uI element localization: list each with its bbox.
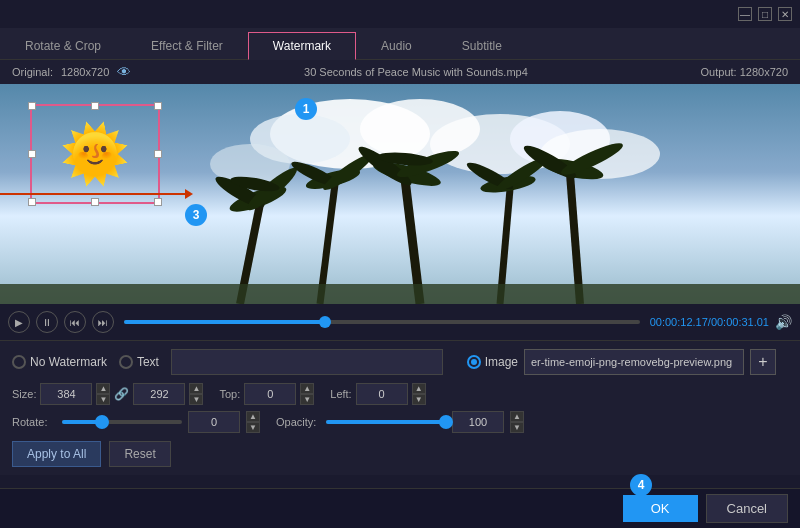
watermark-emoji: 🌞 [32,106,158,202]
ok-button[interactable]: OK [623,495,698,522]
rotate-label: Rotate: [12,416,56,428]
progress-bar[interactable] [124,320,640,324]
opacity-thumb[interactable] [439,415,453,429]
time-display: 00:00:12.17/00:00:31.01 [650,316,769,328]
tab-audio[interactable]: Audio [356,32,437,60]
opacity-value[interactable] [452,411,504,433]
top-spinners: ▲ ▼ [300,383,314,405]
close-button[interactable]: ✕ [778,7,792,21]
pause-button[interactable]: ⏸ [36,311,58,333]
height-up[interactable]: ▲ [189,383,203,394]
width-down[interactable]: ▼ [96,394,110,405]
opacity-group: Opacity: ▲ ▼ [276,411,524,433]
text-option[interactable]: Text [119,355,159,369]
original-label: Original: [12,66,53,78]
resize-handle-bl[interactable] [28,198,36,206]
play-button[interactable]: ▶ [8,311,30,333]
size-label: Size: [12,388,36,400]
progress-thumb[interactable] [319,316,331,328]
resize-handle-ml[interactable] [28,150,36,158]
top-down[interactable]: ▼ [300,394,314,405]
resize-handle-bc[interactable] [91,198,99,206]
width-up[interactable]: ▲ [96,383,110,394]
info-bar: Original: 1280x720 👁 30 Seconds of Peace… [0,60,800,84]
total-time: 00:00:31.01 [711,316,769,328]
progress-fill [124,320,325,324]
tab-effect-filter[interactable]: Effect & Filter [126,32,248,60]
tab-watermark[interactable]: Watermark [248,32,356,60]
rotate-spinners: ▲ ▼ [246,411,260,433]
volume-icon[interactable]: 🔊 [775,314,792,330]
opacity-fill [326,420,446,424]
minimize-button[interactable]: — [738,7,752,21]
left-group: Left: ▲ ▼ [330,383,425,405]
arrow-line [0,193,185,195]
next-frame-button[interactable]: ⏭ [92,311,114,333]
action-row: Apply to All Reset [12,441,788,467]
arrow-tip [185,189,193,199]
video-preview: 🌞 1 3 [0,84,800,304]
prev-frame-button[interactable]: ⏮ [64,311,86,333]
rotate-value[interactable] [188,411,240,433]
badge-4: 4 [630,474,652,496]
output-value: 1280x720 [740,66,788,78]
annotation-arrow-3 [0,189,193,199]
filename: 30 Seconds of Peace Music with Sounds.mp… [304,66,528,78]
size-group: Size: ▲ ▼ 🔗 ▲ ▼ [12,383,203,405]
image-radio[interactable] [467,355,481,369]
left-down[interactable]: ▼ [412,394,426,405]
width-input[interactable] [40,383,92,405]
resize-handle-mr[interactable] [154,150,162,158]
watermark-type-row: No Watermark Text Image er-time-emoji-pn… [12,349,788,375]
resize-handle-tc[interactable] [91,102,99,110]
rotate-track[interactable] [62,420,182,424]
height-down[interactable]: ▼ [189,394,203,405]
rotate-up[interactable]: ▲ [246,411,260,422]
height-input[interactable] [133,383,185,405]
reset-button[interactable]: Reset [109,441,170,467]
maximize-button[interactable]: □ [758,7,772,21]
playback-bar: ▶ ⏸ ⏮ ⏭ 00:00:12.17/00:00:31.01 🔊 [0,304,800,340]
tab-subtitle[interactable]: Subtitle [437,32,527,60]
top-group: Top: ▲ ▼ [219,383,314,405]
size-position-row: Size: ▲ ▼ 🔗 ▲ ▼ Top: ▲ ▼ Left: [12,383,788,405]
opacity-up[interactable]: ▲ [510,411,524,422]
add-image-button[interactable]: + [750,349,776,375]
controls-area: No Watermark Text Image er-time-emoji-pn… [0,340,800,475]
resize-handle-tr[interactable] [154,102,162,110]
no-watermark-label: No Watermark [30,355,107,369]
top-up[interactable]: ▲ [300,383,314,394]
apply-all-button[interactable]: Apply to All [12,441,101,467]
output-label: Output: [701,66,737,78]
rotate-opacity-row: Rotate: ▲ ▼ Opacity: ▲ ▼ [12,411,788,433]
original-value: 1280x720 [61,66,109,78]
opacity-down[interactable]: ▼ [510,422,524,433]
resize-handle-tl[interactable] [28,102,36,110]
tab-bar: Rotate & Crop Effect & Filter Watermark … [0,28,800,60]
height-spinners: ▲ ▼ [189,383,203,405]
eye-icon[interactable]: 👁 [117,64,131,80]
left-up[interactable]: ▲ [412,383,426,394]
image-option[interactable]: Image [467,355,518,369]
resize-handle-br[interactable] [154,198,162,206]
rotate-down[interactable]: ▼ [246,422,260,433]
tab-rotate-crop[interactable]: Rotate & Crop [0,32,126,60]
cancel-button[interactable]: Cancel [706,494,788,523]
left-input[interactable] [356,383,408,405]
no-watermark-option[interactable]: No Watermark [12,355,107,369]
current-time: 00:00:12.17 [650,316,708,328]
rotate-thumb[interactable] [95,415,109,429]
opacity-label: Opacity: [276,416,320,428]
opacity-track[interactable] [326,420,446,424]
text-input[interactable] [171,349,443,375]
badge-1: 1 [295,98,317,120]
link-icon[interactable]: 🔗 [114,387,129,401]
width-spinners: ▲ ▼ [96,383,110,405]
top-input[interactable] [244,383,296,405]
image-path-display: er-time-emoji-png-removebg-preview.png [524,349,744,375]
badge-3: 3 [185,204,207,226]
image-label: Image [485,355,518,369]
no-watermark-radio[interactable] [12,355,26,369]
text-radio[interactable] [119,355,133,369]
title-bar: — □ ✕ [0,0,800,28]
